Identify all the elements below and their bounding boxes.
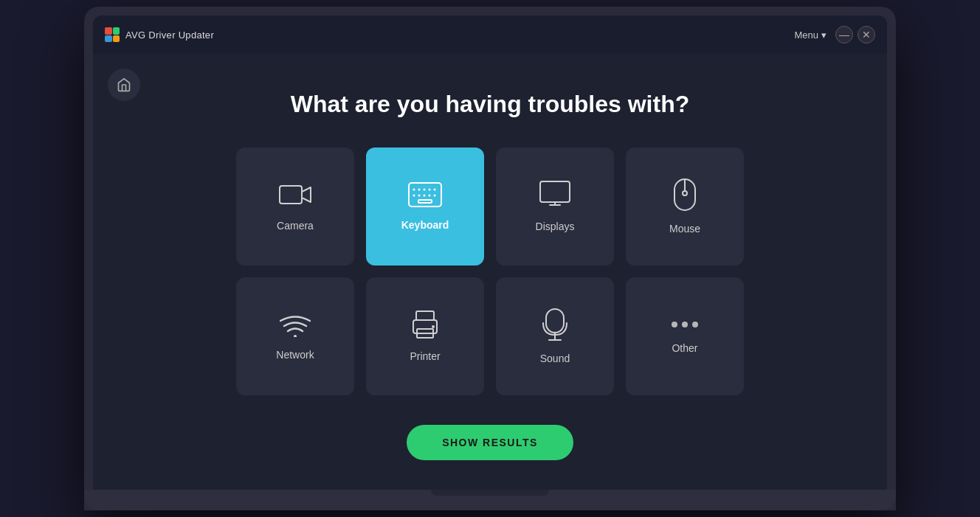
title-bar-left: AVG Driver Updater <box>105 27 214 42</box>
svg-rect-22 <box>416 311 434 320</box>
card-network-label: Network <box>276 349 314 361</box>
card-other[interactable]: Other <box>626 277 744 395</box>
svg-point-25 <box>432 325 435 328</box>
keyboard-icon <box>408 182 442 207</box>
card-displays[interactable]: Displays <box>496 148 614 266</box>
window-controls: — ✕ <box>835 26 875 44</box>
card-printer-label: Printer <box>410 350 440 362</box>
home-button[interactable] <box>108 69 140 101</box>
logo-green <box>113 27 120 35</box>
mouse-icon <box>674 178 696 211</box>
logo-blue <box>105 35 112 43</box>
title-bar: AVG Driver Updater Menu ▾ — ✕ <box>93 15 887 54</box>
card-mouse-label: Mouse <box>669 223 700 235</box>
card-camera-label: Camera <box>277 220 314 232</box>
svg-point-29 <box>672 322 677 327</box>
card-sound[interactable]: Sound <box>496 277 614 395</box>
svg-rect-14 <box>540 181 570 202</box>
svg-rect-26 <box>546 309 564 333</box>
other-icon <box>670 319 700 330</box>
card-printer[interactable]: Printer <box>366 277 484 395</box>
card-displays-label: Displays <box>536 221 575 232</box>
home-icon <box>117 77 131 92</box>
card-other-label: Other <box>672 342 697 354</box>
card-keyboard[interactable]: Keyboard <box>366 148 484 266</box>
laptop-base <box>84 490 896 510</box>
svg-point-31 <box>692 322 698 327</box>
printer-icon <box>410 310 440 339</box>
camera-icon <box>279 181 311 208</box>
sound-icon <box>542 308 567 341</box>
svg-marker-1 <box>302 187 311 202</box>
card-keyboard-label: Keyboard <box>401 219 449 231</box>
svg-point-21 <box>294 335 297 337</box>
card-mouse[interactable]: Mouse <box>626 148 744 266</box>
svg-point-20 <box>683 191 687 195</box>
menu-label: Menu <box>794 30 818 41</box>
minimize-button[interactable]: — <box>835 26 853 44</box>
close-button[interactable]: ✕ <box>858 26 875 44</box>
logo-yellow <box>113 35 120 43</box>
laptop-container: AVG Driver Updater Menu ▾ — ✕ <box>84 7 896 510</box>
svg-point-30 <box>682 322 688 327</box>
main-content: What are you having troubles with? Camer… <box>93 54 887 490</box>
menu-button[interactable]: Menu ▾ <box>794 30 827 41</box>
svg-rect-13 <box>418 200 432 203</box>
network-icon <box>280 312 311 337</box>
displays-icon <box>539 181 570 209</box>
page-title: What are you having troubles with? <box>291 91 689 118</box>
app-title: AVG Driver Updater <box>125 30 214 41</box>
title-bar-right: Menu ▾ — ✕ <box>794 26 875 44</box>
cards-grid: Camera <box>236 148 744 395</box>
logo-red <box>105 27 112 35</box>
menu-chevron-icon: ▾ <box>821 30 827 41</box>
avg-logo <box>105 27 120 42</box>
card-camera[interactable]: Camera <box>236 148 354 266</box>
show-results-button[interactable]: SHOW RESULTS <box>407 425 573 460</box>
card-sound-label: Sound <box>540 353 570 364</box>
svg-rect-0 <box>280 186 302 204</box>
card-network[interactable]: Network <box>236 277 354 395</box>
laptop-screen: AVG Driver Updater Menu ▾ — ✕ <box>93 15 887 490</box>
